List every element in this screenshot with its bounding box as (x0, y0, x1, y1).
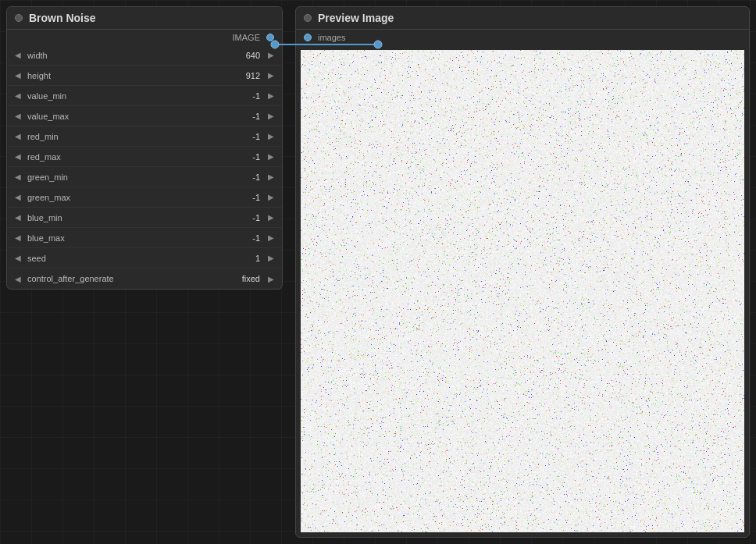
param-row: ◀red_max-1▶ (7, 147, 282, 167)
param-arrow-right[interactable]: ▶ (265, 151, 277, 163)
right-panel: Preview Image images (289, 0, 756, 544)
param-arrow-left[interactable]: ◀ (12, 130, 24, 143)
param-value: -1 (234, 193, 265, 202)
param-arrow-left[interactable]: ◀ (12, 151, 24, 163)
param-name: green_min (24, 172, 234, 182)
param-row: ◀blue_min-1▶ (7, 208, 282, 228)
param-arrow-right[interactable]: ▶ (265, 272, 277, 285)
param-name: red_max (24, 152, 234, 162)
left-panel: Brown Noise IMAGE ◀width640▶◀height912▶◀… (0, 0, 289, 544)
noise-canvas (301, 50, 744, 532)
param-arrow-left[interactable]: ◀ (12, 212, 24, 224)
param-row: ◀red_min-1▶ (7, 126, 282, 147)
param-arrow-right[interactable]: ▶ (265, 191, 277, 204)
images-input-dot[interactable] (304, 34, 312, 41)
param-row: ◀control_after_generatefixed▶ (7, 268, 282, 289)
param-row: ◀value_max-1▶ (7, 106, 282, 126)
images-input-label: images (318, 33, 345, 42)
param-value: -1 (234, 172, 265, 182)
param-value: -1 (234, 112, 265, 121)
param-row: ◀seed1▶ (7, 248, 282, 268)
param-arrow-left[interactable]: ◀ (12, 252, 24, 265)
param-name: green_max (24, 193, 234, 202)
params-container: ◀width640▶◀height912▶◀value_min-1▶◀value… (7, 45, 282, 289)
preview-header: Preview Image (296, 7, 749, 30)
node-header: Brown Noise (7, 7, 282, 30)
param-row: ◀width640▶ (7, 45, 282, 66)
param-row: ◀value_min-1▶ (7, 86, 282, 106)
preview-title: Preview Image (318, 12, 394, 24)
param-name: height (24, 71, 234, 80)
param-arrow-left[interactable]: ◀ (12, 90, 24, 102)
param-arrow-left[interactable]: ◀ (12, 232, 24, 244)
param-value: -1 (234, 213, 265, 222)
param-value: -1 (234, 132, 265, 141)
param-arrow-right[interactable]: ▶ (265, 232, 277, 244)
param-name: seed (24, 254, 234, 263)
image-output-dot[interactable] (266, 34, 274, 41)
param-arrow-right[interactable]: ▶ (265, 69, 277, 82)
param-name: blue_min (24, 213, 234, 222)
image-output-row: IMAGE (7, 30, 282, 45)
param-arrow-right[interactable]: ▶ (265, 110, 277, 123)
param-arrow-left[interactable]: ◀ (12, 171, 24, 183)
brown-noise-node: Brown Noise IMAGE ◀width640▶◀height912▶◀… (6, 6, 283, 290)
param-value: 1 (234, 254, 265, 263)
preview-status-dot (304, 14, 312, 22)
node-title: Brown Noise (29, 12, 96, 24)
node-status-dot (15, 14, 23, 22)
param-arrow-left[interactable]: ◀ (12, 49, 24, 62)
param-value: fixed (234, 274, 265, 283)
param-value: -1 (234, 152, 265, 162)
param-name: blue_max (24, 233, 234, 243)
param-arrow-right[interactable]: ▶ (265, 171, 277, 183)
param-arrow-left[interactable]: ◀ (12, 110, 24, 123)
param-row: ◀green_max-1▶ (7, 187, 282, 208)
param-name: width (24, 51, 234, 60)
param-arrow-left[interactable]: ◀ (12, 191, 24, 204)
param-name: value_min (24, 91, 234, 101)
param-arrow-right[interactable]: ▶ (265, 90, 277, 102)
param-row: ◀green_min-1▶ (7, 167, 282, 187)
param-name: value_max (24, 112, 234, 121)
param-arrow-left[interactable]: ◀ (12, 272, 24, 285)
param-arrow-left[interactable]: ◀ (12, 69, 24, 82)
param-value: 640 (234, 51, 265, 60)
param-name: control_after_generate (24, 274, 234, 283)
param-arrow-right[interactable]: ▶ (265, 212, 277, 224)
images-connector: images (296, 30, 749, 45)
param-name: red_min (24, 132, 234, 141)
param-value: -1 (234, 91, 265, 101)
param-value: 912 (234, 71, 265, 80)
param-arrow-right[interactable]: ▶ (265, 130, 277, 143)
param-row: ◀height912▶ (7, 66, 282, 86)
image-output-label: IMAGE (233, 33, 260, 42)
preview-image-node: Preview Image images (295, 6, 750, 538)
param-value: -1 (234, 233, 265, 243)
param-row: ◀blue_max-1▶ (7, 228, 282, 248)
param-arrow-right[interactable]: ▶ (265, 49, 277, 62)
preview-content (301, 50, 744, 532)
param-arrow-right[interactable]: ▶ (265, 252, 277, 265)
